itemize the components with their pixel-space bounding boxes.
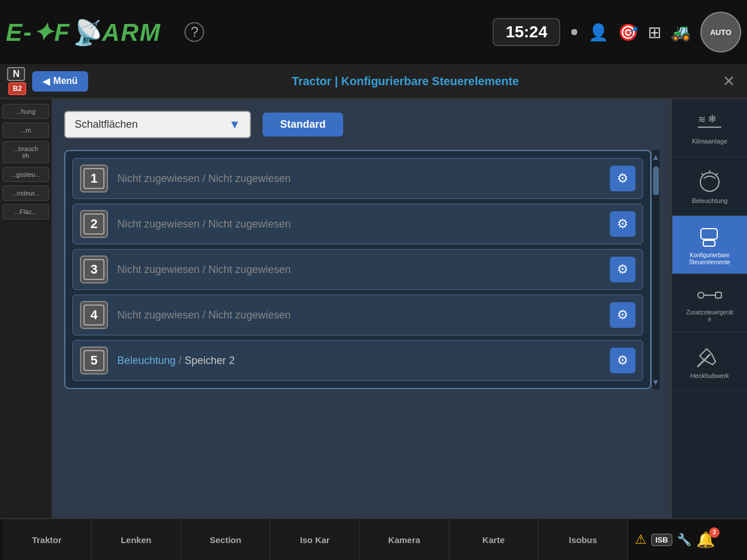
top-bar: E-✦F📡ARM ? 15:24 ⏺ 👤 🎯 ⊞ 🚜 AUTO [0,0,747,64]
dropdown-label: Schaltflächen [75,118,138,131]
tab-lenken[interactable]: Lenken [92,519,181,560]
heck-icon [695,344,724,370]
item-number-1: 1 [80,164,108,192]
page-title: Tractor | Konfigurierbare Steuerelemente [94,75,717,88]
back-arrow-icon: ◀ [43,76,50,87]
close-button[interactable]: ✕ [722,72,735,90]
standard-button[interactable]: Standard [263,113,343,136]
svg-line-13 [711,354,715,362]
svg-line-5 [701,173,703,175]
logo: E-✦F📡ARM [6,12,161,52]
item-gear-button-3[interactable]: ⚙ [610,257,636,282]
tab-kamera[interactable]: Kamera [360,519,449,560]
item-number-5: 5 [80,346,108,374]
bottom-bar: Traktor Lenken Section Iso Kar Kamera Ka… [0,518,747,560]
sidebar-item-left-4[interactable]: ...gssteu... [2,167,49,182]
b2-badge: B2 [8,82,26,95]
sidebar-item-beleuchtung[interactable]: Beleuchtung [672,158,747,216]
grid-icon[interactable]: ⊞ [648,23,661,42]
config-item-5[interactable]: 5 Beleuchtung / Speicher 2 ⚙ [72,340,643,381]
dropdown-select[interactable]: Schaltflächen ▼ [64,111,251,138]
menu-button[interactable]: ◀ Menü [32,71,88,92]
tab-karte[interactable]: Karte [449,519,539,560]
status-area: ⚠ ISB 🔧 🔔 3 [628,531,745,549]
isb-badge: ISB [651,534,672,546]
tab-isokar[interactable]: Iso Kar [270,519,359,560]
beleuchtung-icon [695,169,724,195]
nav-bar: N B2 ◀ Menü Tractor | Konfigurierbare St… [0,64,747,99]
item-gear-button-2[interactable]: ⚙ [610,211,636,237]
svg-line-6 [716,173,718,175]
right-sidebar: ≋ ❄ Klimaanlage Beleuchtung [671,99,747,518]
svg-text:❄: ❄ [708,113,717,125]
svg-rect-7 [701,229,717,239]
item-gear-button-4[interactable]: ⚙ [610,302,636,328]
svg-point-10 [698,292,704,298]
logo-text: E-✦F📡ARM [6,18,161,47]
dropdown-row: Schaltflächen ▼ Standard [64,111,659,138]
beleuchtung-label: Beleuchtung [692,197,727,204]
item-number-3: 3 [80,256,108,284]
svg-rect-8 [703,240,715,246]
notification-count: 3 [709,527,720,538]
tab-isobus[interactable]: Isobus [539,519,628,560]
klimaanlage-icon: ≋ ❄ [695,112,724,135]
dropdown-arrow-icon: ▼ [229,118,240,131]
item-number-2: 2 [80,210,108,238]
config-item-1[interactable]: 1 Nicht zugewiesen / Nicht zugewiesen ⚙ [72,158,643,199]
sidebar-item-left-1[interactable]: ...hung [2,104,49,119]
item-label-4: Nicht zugewiesen / Nicht zugewiesen [117,309,601,321]
sidebar-item-left-6[interactable]: ...Fläc... [2,204,49,219]
sidebar-item-konfigurierbar[interactable]: KonfigurierbareSteuerelemente [672,216,747,274]
wrench-icon: 🔧 [677,533,692,547]
warning-icon: ⚠ [635,532,647,547]
klimaanlage-label: Klimaanlage [692,138,728,145]
clock-icon: ⏺ [570,27,579,37]
item-label-1: Nicht zugewiesen / Nicht zugewiesen [117,173,601,185]
zusatz-label: Zusatzsteuergeräte [686,309,734,323]
item-label-2: Nicht zugewiesen / Nicht zugewiesen [117,218,601,230]
sidebar-item-left-5[interactable]: ...nsteur... [2,186,49,201]
heckhubwerk-label: Heckhubwerk [690,372,729,379]
konfigurierbar-label: KonfigurierbareSteuerelemente [689,252,731,266]
config-item-4[interactable]: 4 Nicht zugewiesen / Nicht zugewiesen ⚙ [72,295,643,335]
time-display: 15:24 [493,18,560,46]
sidebar-item-zusatz[interactable]: Zusatzsteuergeräte [672,274,747,332]
sidebar-item-klimaanlage[interactable]: ≋ ❄ Klimaanlage [672,99,747,158]
sidebar-item-heck[interactable]: Heckhubwerk [672,332,747,391]
question-icon[interactable]: ? [184,22,204,42]
item-number-4: 4 [80,301,108,329]
tab-section[interactable]: Section [181,519,270,560]
tractor-icon[interactable]: 🚜 [671,23,691,42]
user-icon[interactable]: 👤 [588,23,609,42]
zusatz-icon [695,284,724,307]
svg-point-3 [700,173,719,191]
gauge-icon[interactable]: 🎯 [618,23,638,42]
notification-bell[interactable]: 🔔 3 [696,531,715,549]
config-item-2[interactable]: 2 Nicht zugewiesen / Nicht zugewiesen ⚙ [72,204,643,244]
main-area: ...hung ...m ...brauch l/h ...gssteu... … [0,99,747,518]
items-list: 1 Nicht zugewiesen / Nicht zugewiesen ⚙ … [64,150,651,389]
svg-rect-12 [715,292,721,298]
left-sidebar: ...hung ...m ...brauch l/h ...gssteu... … [0,99,53,518]
auto-button[interactable]: AUTO [700,12,741,52]
clock-area: 15:24 ⏺ 👤 🎯 ⊞ 🚜 AUTO [493,12,741,52]
item-gear-button-1[interactable]: ⚙ [610,166,636,191]
svg-text:≋: ≋ [698,114,706,124]
konfigurierbar-icon [695,224,724,250]
item-label-3: Nicht zugewiesen / Nicht zugewiesen [117,264,601,276]
scrollbar[interactable]: ▲ ▼ [651,150,659,389]
tab-traktor[interactable]: Traktor [2,519,92,560]
item-gear-button-5[interactable]: ⚙ [610,348,636,373]
sidebar-item-left-3[interactable]: ...brauch l/h [2,141,49,163]
sidebar-item-left-2[interactable]: ...m [2,123,49,138]
n-badge: N [7,67,26,81]
config-item-3[interactable]: 3 Nicht zugewiesen / Nicht zugewiesen ⚙ [72,249,643,290]
item-label-5: Beleuchtung / Speicher 2 [117,355,601,367]
dialog-area: Schaltflächen ▼ Standard 1 Nicht zugewie… [53,99,671,518]
